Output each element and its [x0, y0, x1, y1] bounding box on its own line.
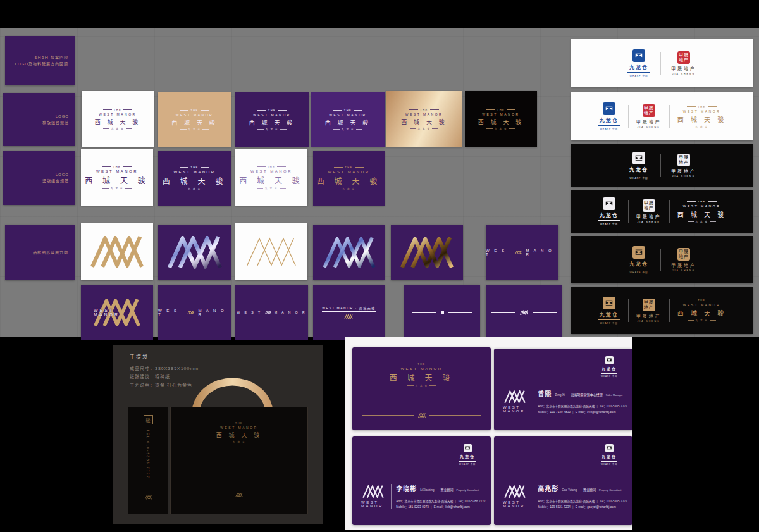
wm-monogram-icon — [168, 236, 222, 268]
westmanor-lockup: THE WEST MANOR 西 城 天 骏 九 龙 仓 — [478, 108, 524, 130]
rule-line — [180, 110, 188, 111]
artboard-logo-on-black: THE WEST MANOR 西 城 天 骏 九 龙 仓 — [465, 91, 537, 147]
wm-monogram-icon — [504, 390, 526, 403]
artboard-logo-on-white: THE WEST MANOR 西 城 天 骏 九 龙 仓 — [82, 91, 154, 147]
artboard-logo-on-copper: THE WEST MANOR 西 城 天 骏 九 龙 仓 — [386, 91, 462, 147]
person-name-en: Gao Yutong — [562, 488, 577, 492]
lockup-top-rule: THE — [687, 200, 717, 203]
rule-line — [459, 461, 476, 462]
bag-handle-ribbon — [187, 362, 278, 411]
lockup-the: THE — [420, 108, 428, 111]
wm-monogram-icon — [400, 237, 454, 268]
wharf-sub: WHARF 中国 — [630, 176, 648, 180]
wordmark-right: M A N O R — [275, 311, 307, 314]
artboard-section-label-4: 品牌图形延展方向 — [5, 225, 75, 280]
card-name-row: 高兆彤 Gao Yutong 置业顾问 Property Consultant — [538, 483, 627, 493]
rule-line — [598, 125, 620, 126]
rule-line — [598, 220, 620, 221]
wharf-seal — [464, 444, 472, 452]
wharf-seal — [632, 152, 645, 164]
wharf-sub: WHARF 中国 — [601, 375, 617, 378]
lockup-top-rule: THE — [180, 109, 209, 112]
lockup-cn: 西 城 天 骏 — [239, 175, 303, 185]
lockup-top-rule: THE — [225, 421, 254, 424]
card-brand-block: WEST MANOR — [361, 485, 386, 508]
rule-line — [335, 189, 341, 189]
lockup-the: THE — [698, 299, 706, 302]
lockup-cn: 西 城 天 骏 — [478, 118, 524, 126]
rule-line — [123, 166, 132, 167]
rule-line — [407, 385, 414, 386]
lockup-the: THE — [417, 362, 426, 366]
lockup-cn: 西 城 天 骏 — [677, 308, 727, 318]
card-wharf-wrap: 九龙仓 WHARF 中国 — [459, 444, 476, 466]
rule-line — [177, 495, 231, 495]
wharf-name: 九龙仓 — [629, 63, 648, 70]
bag-title: 手提袋 — [130, 353, 313, 360]
lockup-en: WEST MANOR — [220, 426, 257, 430]
lockup-the: THE — [344, 109, 352, 112]
rule-line — [486, 109, 495, 110]
section-label-text: 品牌图形延展方向 — [33, 249, 68, 256]
rule-line — [257, 110, 266, 111]
person-title-cn: 置业顾问 — [441, 487, 454, 492]
vertical-separator — [660, 154, 661, 177]
lockup-en: WEST MANOR — [99, 113, 136, 116]
card-wordmark: WEST MANOR — [503, 405, 528, 413]
westmanor-lockup: THE WEST MANOR 西 城 天 骏 九 龙 仓 — [677, 105, 727, 128]
lockup-subtext: 九 龙 仓 — [696, 125, 708, 128]
card-wordmark: WEST MANOR — [503, 500, 528, 508]
wharf-name: 九龙仓 — [460, 454, 475, 459]
rule-line — [257, 129, 264, 130]
label-line: 横版组合规范 — [42, 120, 69, 126]
westmanor-lockup: THE WEST MANOR 西 城 天 骏 九 龙 仓 — [677, 299, 727, 322]
lockup-cn: 西 城 天 骏 — [390, 372, 454, 383]
rule-line — [280, 188, 286, 189]
westmanor-lockup: THE WEST MANOR 西 城 天 骏 九 龙 仓 — [216, 421, 262, 443]
lockup-en: WEST MANOR — [173, 170, 215, 174]
rule-line — [432, 128, 438, 129]
wordmark-full: WEST MANOR · 西城天骏 — [322, 306, 375, 312]
wharf-name: 九龙仓 — [602, 454, 617, 459]
rule-line — [410, 128, 416, 129]
person-name-cn: 李晓彬 — [396, 483, 417, 493]
wm-monogram-icon — [504, 485, 526, 498]
artboard-monogram-gold-foil — [391, 225, 463, 280]
wharf-logo: 九龙仓 WHARF 中国 — [598, 197, 620, 225]
rule-line — [334, 167, 343, 168]
lockup-the: THE — [113, 165, 121, 168]
artboard-stacked-logo-white-thin: THE WEST MANOR 西 城 天 骏 九 龙 仓 — [235, 149, 307, 206]
lockup-cn: 西 城 天 骏 — [163, 175, 226, 186]
jiasheng-name: 甲晟地产 — [671, 262, 696, 268]
lockup-sub: 九 龙 仓 — [257, 187, 286, 190]
jiasheng-name: 甲晟地产 — [636, 312, 662, 319]
lockup-the: THE — [345, 166, 353, 169]
card-text-block: 李晓彬 Li Xiaobing 置业顾问 Property Consultant… — [396, 483, 486, 510]
lockup-top-rule: THE — [257, 165, 287, 168]
rule-line — [509, 128, 515, 129]
lockup-cn: 西 城 天 骏 — [171, 118, 218, 127]
banner-black-dual-gold: 九龙仓 WHARF 中国 甲晟地产 甲晟地产 JIA SHENG — [571, 236, 753, 283]
lockup-subtext: 九 龙 仓 — [188, 187, 201, 190]
lockup-subtext: 九 龙 仓 — [266, 128, 278, 131]
seal-glyphs: 甲晟地产 — [644, 300, 654, 310]
banner-black-triple-gold: 九龙仓 WHARF 中国 甲晟地产 甲晟地产 JIA SHENG THE WES… — [571, 287, 753, 334]
rule-line — [687, 300, 696, 300]
lockup-top-rule: THE — [257, 109, 287, 112]
card-text-block: 曾熙 Zeng Xi 高端项目营销中心经理 Sales Manager Add：… — [538, 388, 627, 415]
rule-line — [710, 221, 716, 222]
banner-white-dual-logo: 九龙仓 WHARF 中国 甲晟地产 甲晟地产 JIA SHENG — [571, 39, 753, 87]
bowtie-icon — [634, 53, 643, 58]
lockup-the: THE — [268, 109, 276, 112]
wm-monogram-icon — [418, 413, 426, 418]
wm-monogram-icon — [235, 493, 243, 497]
lockup-en: WEST MANOR — [328, 170, 369, 174]
bowtie-icon — [605, 300, 614, 306]
jiasheng-sub: JIA SHENG — [638, 126, 660, 128]
bowtie-icon — [605, 201, 614, 206]
square-ornament-icon — [441, 311, 444, 314]
lockup-en: WEST MANOR — [400, 367, 442, 371]
artboard-section-label-3: LOGO 竖版组合规范 — [3, 151, 75, 205]
westmanor-lockup: THE WEST MANOR 西 城 天 骏 九 龙 仓 — [677, 200, 727, 223]
artboard-divider-monogram — [486, 285, 562, 340]
